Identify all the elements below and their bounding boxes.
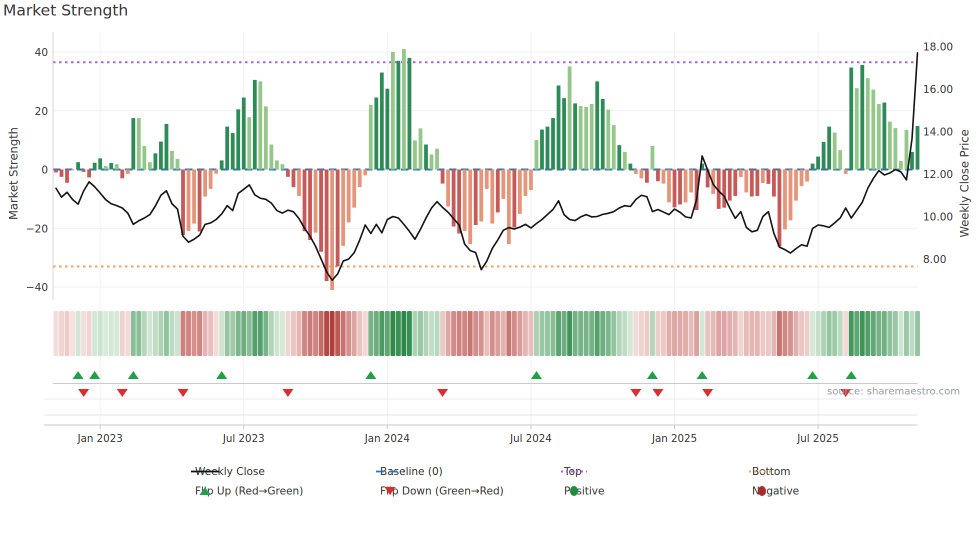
heatmap-cell — [683, 311, 688, 356]
strength-bar — [833, 132, 837, 170]
flip-down-marker — [282, 389, 294, 397]
heatmap-cell — [86, 311, 92, 356]
strength-bar — [198, 170, 202, 232]
strength-bar — [684, 170, 688, 202]
strength-bar — [292, 170, 296, 187]
strength-bar — [342, 170, 346, 246]
strength-bar — [838, 150, 842, 170]
heatmap-cell — [363, 311, 368, 356]
strength-bar — [424, 144, 428, 170]
heatmap-cell — [286, 311, 290, 356]
heatmap-cell — [832, 311, 837, 356]
heatmap-cell — [617, 311, 622, 356]
flip-up-marker — [647, 371, 658, 379]
left-axis-tick-label: 0 — [42, 164, 48, 176]
heatmap-cell — [518, 311, 522, 356]
strength-bar — [750, 170, 754, 196]
strength-bar — [672, 170, 676, 208]
strength-bar — [739, 170, 743, 177]
heatmap-cell — [755, 311, 760, 356]
flip-down-marker — [117, 389, 128, 397]
strength-bar — [590, 104, 594, 170]
strength-bar — [369, 105, 373, 170]
strength-bar — [270, 144, 274, 170]
heatmap-cell — [838, 311, 842, 356]
strength-bar — [60, 170, 64, 177]
strength-bar — [358, 170, 362, 187]
strength-bar — [844, 170, 848, 174]
heatmap-cell — [54, 311, 58, 356]
heatmap-cell — [59, 311, 64, 356]
strength-bar — [507, 170, 511, 244]
strength-bar — [408, 58, 412, 170]
heatmap-cell — [550, 311, 556, 356]
strength-bar — [899, 161, 903, 170]
heatmap-cell — [589, 311, 594, 356]
heatmap-cell — [744, 311, 749, 356]
heatmap-cell — [490, 311, 495, 356]
strength-bar — [54, 170, 58, 172]
legend-item: Baseline (0) — [375, 465, 442, 478]
heatmap-cell — [346, 311, 351, 356]
strength-bar — [120, 170, 124, 178]
heatmap-cell — [672, 311, 677, 356]
heatmap-cell — [418, 311, 423, 356]
heatmap-cell — [252, 311, 258, 356]
strength-bar — [418, 128, 422, 170]
strength-bar — [275, 160, 279, 170]
heatmap-cell — [81, 311, 86, 356]
strength-bar — [678, 170, 682, 204]
weekly-close-line — [56, 53, 918, 280]
heatmap-cell — [799, 311, 804, 356]
heatmap-cell — [888, 311, 892, 356]
heatmap-cell — [678, 311, 682, 356]
strength-bar — [734, 170, 738, 196]
strength-bar — [872, 90, 876, 170]
flip-down-marker — [178, 389, 188, 397]
strength-bar — [286, 170, 290, 177]
strength-bar — [916, 126, 920, 170]
strength-bar — [336, 170, 340, 266]
heatmap-cell — [496, 311, 500, 356]
heatmap-cell — [296, 311, 302, 356]
heatmap-cell — [142, 311, 147, 356]
heatmap-cell — [876, 311, 882, 356]
heatmap-cell — [175, 311, 180, 356]
legend-item: Negative — [747, 484, 799, 498]
strength-bar — [810, 164, 814, 170]
heatmap-cell — [728, 311, 732, 356]
heatmap-cell — [750, 311, 754, 356]
market-strength-chart: 40200−20−4018.0016.0014.0012.0010.008.00… — [0, 0, 980, 551]
heatmap-cell — [302, 311, 307, 356]
heatmap-cell — [738, 311, 744, 356]
heatmap-cell — [264, 311, 268, 356]
strength-bar — [186, 170, 190, 231]
heatmap-cell — [766, 311, 771, 356]
heatmap-cell — [628, 311, 633, 356]
heatmap-cell — [826, 311, 832, 356]
negative-icon — [747, 484, 777, 498]
strength-bar — [87, 170, 91, 178]
strength-bar — [82, 170, 86, 172]
heatmap-cell — [330, 311, 334, 356]
heatmap-cell — [705, 311, 710, 356]
heatmap-cell — [545, 311, 550, 356]
x-axis-tick-label: Jul 2025 — [796, 432, 838, 444]
strength-bar — [772, 170, 776, 196]
strength-bar — [208, 170, 212, 189]
x-axis-tick-label: Jan 2025 — [651, 432, 697, 444]
right-axis-tick-label: 18.00 — [923, 41, 953, 53]
heatmap-cell — [733, 311, 738, 356]
strength-bar — [226, 126, 230, 170]
strength-bar — [154, 154, 158, 170]
strength-bar — [805, 170, 809, 182]
strength-bar — [573, 104, 577, 170]
strength-bar — [242, 98, 246, 170]
strength-bar — [170, 151, 174, 170]
strength-bar — [860, 65, 864, 170]
strength-bar — [402, 49, 406, 170]
heatmap-cell — [578, 311, 583, 356]
heatmap-cell — [810, 311, 815, 356]
strength-bar — [866, 78, 870, 170]
left-axis-tick-label: 40 — [34, 46, 48, 58]
